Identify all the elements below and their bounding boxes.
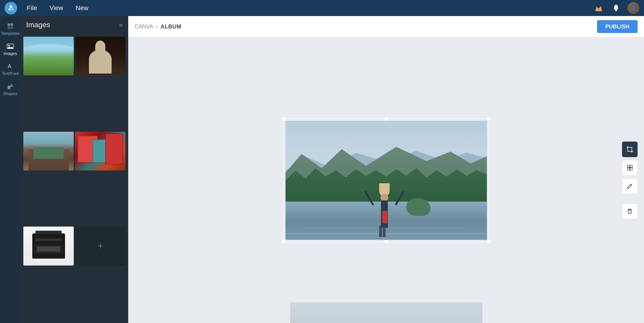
transform-tool-button[interactable] [622, 160, 638, 175]
water-reflection [286, 233, 487, 234]
svg-rect-18 [630, 165, 632, 167]
images-panel-header: Images « [20, 16, 128, 34]
avatar-image: 👤 [628, 2, 640, 14]
new-menu[interactable]: New [73, 3, 91, 14]
crop-tool-button[interactable] [622, 142, 638, 157]
icon-sidebar: Templates Images A Text/Font Shapes [0, 16, 20, 323]
publish-button[interactable]: PUBLISH [597, 20, 638, 33]
textfont-label: Text/Font [2, 71, 19, 76]
svg-point-0 [10, 5, 12, 8]
images-panel-title: Images [26, 21, 50, 29]
svg-point-1 [8, 8, 11, 11]
sidebar-item-shapes[interactable]: Shapes [1, 80, 20, 99]
image-thumbnail-4[interactable] [75, 132, 126, 170]
image-thumbnail-5[interactable] [23, 227, 74, 265]
bell-icon [612, 4, 620, 12]
handle-bottom-mid[interactable] [384, 240, 388, 243]
shapes-icon [7, 83, 14, 90]
crown-button[interactable] [593, 2, 604, 14]
svg-rect-19 [627, 168, 630, 170]
handle-bottom-left[interactable] [282, 240, 286, 243]
canvas-toolbar: CANVA › ALBUM PUBLISH [128, 16, 644, 37]
notifications-button[interactable] [610, 2, 622, 14]
handle-top-left[interactable] [282, 117, 286, 121]
crown-icon [594, 4, 603, 12]
top-nav-right: 👤 [593, 2, 640, 14]
breadcrumb-canva[interactable]: CANVA [134, 23, 153, 30]
sidebar-item-images[interactable]: Images [1, 40, 20, 59]
collapse-panel-button[interactable]: « [119, 21, 123, 29]
sidebar-item-templates[interactable]: Templates [1, 20, 20, 39]
file-menu[interactable]: File [24, 3, 40, 14]
svg-marker-3 [596, 6, 602, 10]
svg-text:A: A [8, 63, 12, 69]
trash-icon [626, 208, 633, 215]
images-grid: + [20, 34, 128, 323]
delete-tool-button[interactable] [622, 203, 638, 219]
pencil-icon [626, 183, 633, 189]
svg-rect-17 [627, 165, 630, 167]
shapes-label: Shapes [3, 91, 17, 96]
breadcrumb-album[interactable]: ALBUM [160, 23, 182, 30]
right-toolbar [622, 142, 638, 219]
templates-label: Templates [1, 31, 20, 36]
svg-rect-4 [596, 10, 602, 11]
edit-tool-button[interactable] [622, 178, 638, 194]
svg-rect-16 [628, 147, 632, 151]
logo-icon [7, 4, 15, 12]
leg-right [383, 226, 386, 237]
svg-marker-15 [9, 84, 14, 87]
backpack [382, 211, 387, 223]
templates-icon [7, 23, 14, 30]
svg-rect-8 [8, 26, 10, 29]
images-icon [7, 43, 14, 50]
svg-point-11 [8, 45, 10, 46]
handle-top-mid[interactable] [384, 117, 388, 121]
leg-left [379, 226, 382, 237]
crop-icon [626, 146, 633, 153]
canvas-image-element[interactable] [286, 121, 487, 240]
svg-point-2 [11, 8, 14, 11]
main-layout: Templates Images A Text/Font Shapes [0, 16, 644, 323]
person-figure [374, 178, 395, 228]
images-panel: Images « [20, 16, 128, 323]
images-label: Images [4, 51, 17, 56]
svg-rect-6 [8, 23, 10, 26]
app-logo[interactable] [4, 2, 17, 15]
svg-rect-20 [630, 168, 632, 170]
handle-bottom-right[interactable] [487, 240, 490, 243]
svg-rect-9 [10, 26, 13, 29]
svg-rect-7 [10, 23, 13, 26]
image-thumbnail-3[interactable] [23, 132, 74, 170]
add-image-button[interactable]: + [75, 227, 126, 265]
image-thumbnail-2[interactable] [75, 37, 126, 75]
sidebar-item-textfont[interactable]: A Text/Font [1, 60, 20, 79]
svg-rect-21 [628, 210, 632, 214]
textfont-icon: A [7, 63, 14, 70]
breadcrumb-arrow: › [156, 23, 158, 30]
transform-icon [626, 164, 633, 171]
canvas-area: CANVA › ALBUM PUBLISH [128, 16, 644, 323]
user-avatar[interactable]: 👤 [628, 2, 640, 14]
canvas-workspace[interactable] [128, 37, 644, 323]
image-thumbnail-1[interactable] [23, 37, 74, 75]
svg-marker-12 [7, 46, 14, 49]
handle-top-right[interactable] [487, 117, 490, 121]
view-menu[interactable]: View [47, 3, 66, 14]
top-nav: File View New 👤 [0, 0, 644, 16]
partial-image-below [290, 302, 482, 323]
svg-point-5 [615, 10, 617, 11]
